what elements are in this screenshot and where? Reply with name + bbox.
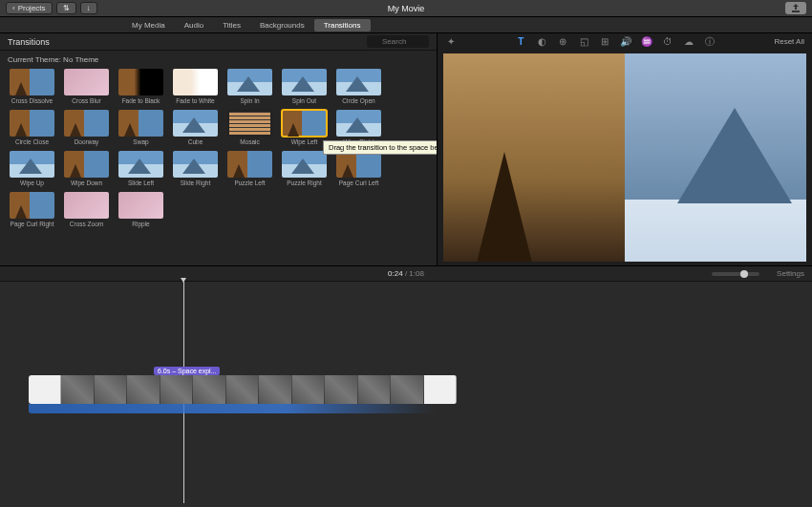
transition-item[interactable]: Puzzle Right [278,151,331,186]
transition-label: Wipe Down [60,180,113,186]
clip-frame [424,375,457,404]
text-tool-icon[interactable]: T [515,36,526,48]
transition-item[interactable]: Cross Dissolve [6,69,58,104]
timeline-area[interactable]: 0:24 / 1:08 Settings 6.0s – Space expl..… [0,265,812,507]
transition-thumbnail [118,69,163,95]
transition-item[interactable]: Page Curl Right [6,192,58,227]
transition-thumbnail [10,110,54,137]
filter-icon[interactable]: ☁ [683,36,694,48]
transition-label: Doorway [60,138,113,145]
transitions-browser: Transitions 🔍 Current Theme: No Theme Cr… [0,33,438,265]
sort-icon: ⇅ [63,4,70,12]
timeline-settings-button[interactable]: Settings [777,269,804,278]
transition-item[interactable]: Page Curl Left [332,151,385,186]
transition-label: Mosaic [224,138,276,145]
import-button[interactable]: ↓ [80,2,97,14]
clip-title-badge[interactable]: 6.0s – Space expl... [154,367,220,375]
current-time: 0:24 [388,269,403,278]
transition-label: Puzzle Right [278,180,331,186]
transition-item[interactable]: Cube [169,110,222,145]
color-balance-icon[interactable]: ◐ [536,36,547,48]
clip-frame [193,375,225,404]
transition-item[interactable]: Circle Close [6,110,58,145]
zoom-slider[interactable] [712,272,759,276]
transition-thumbnail [64,110,109,137]
clip-frame [61,375,94,404]
transition-item[interactable]: Wipe Down [60,151,113,186]
transition-item[interactable]: Cross Blur [60,69,113,104]
transition-item[interactable]: Mosaic [224,110,276,145]
chevron-left-icon: ‹ [12,4,15,12]
preview-left-half [443,53,625,262]
transition-label: Page Curl Left [332,180,385,186]
volume-icon[interactable]: 🔊 [620,36,631,48]
preview-right-half [625,53,806,262]
tab-transitions[interactable]: Transitions [314,19,371,32]
transition-item[interactable]: Wipe Up [6,151,58,186]
transition-label: Circle Open [332,97,385,104]
preview-viewer[interactable] [438,50,812,265]
transition-item[interactable]: Slide Left [115,151,167,186]
clip-frame [391,375,423,404]
back-projects-button[interactable]: ‹ Projects [6,2,53,14]
magic-wand-icon[interactable]: ✦ [445,36,457,48]
speed-icon[interactable]: ⏱ [662,36,673,48]
reset-all-button[interactable]: Reset All [774,37,804,46]
info-icon[interactable]: ⓘ [704,36,716,48]
download-icon: ↓ [87,4,91,12]
transition-thumbnail [64,69,109,95]
share-button[interactable] [785,2,806,14]
crop-icon[interactable]: ◱ [578,36,589,48]
browser-title: Transitions [8,37,50,47]
video-clip[interactable] [29,375,457,404]
media-tabs: My Media Audio Titles Backgrounds Transi… [122,19,371,32]
titlebar: ‹ Projects ⇅ ↓ My Movie [0,0,812,17]
transition-item[interactable]: Cross Zoom [60,192,113,227]
transition-item[interactable]: Circle Open [332,69,385,104]
transition-item[interactable]: Fade to Black [115,69,167,104]
tab-backgrounds[interactable]: Backgrounds [250,19,314,32]
transition-item[interactable]: Fade to White [169,69,222,104]
transition-item[interactable]: Puzzle Left [224,151,276,186]
transition-thumbnail [282,69,327,95]
transition-item[interactable]: Doorway [60,110,113,145]
theme-label: Current Theme: No Theme [0,51,437,69]
transition-item[interactable]: Slide Right [169,151,222,186]
share-icon [791,4,801,12]
titlebar-right [785,2,806,14]
transition-thumbnail [10,151,54,178]
transition-thumbnail [64,151,109,178]
transition-thumbnail [336,151,381,178]
transitions-grid: Cross DissolveCross BlurFade to BlackFad… [0,69,437,231]
audio-waveform[interactable] [29,404,457,413]
transition-item[interactable]: Wipe LeftDrag the transition to the spac… [278,110,331,145]
tab-audio[interactable]: Audio [175,19,213,32]
media-tabs-row: My Media Audio Titles Backgrounds Transi… [0,17,812,33]
color-correct-icon[interactable]: ⊕ [557,36,568,48]
clip-frame [292,375,325,404]
main-row: Transitions 🔍 Current Theme: No Theme Cr… [0,33,812,265]
clip-frame [29,375,61,404]
noise-reduce-icon[interactable]: ♒ [641,36,652,48]
drag-tooltip: Drag the transition to the space before … [323,140,438,155]
transition-item[interactable]: Swap [115,110,167,145]
transition-label: Cube [169,138,222,145]
project-title: My Movie [388,4,425,13]
transition-label: Slide Right [169,180,222,186]
library-sort-button[interactable]: ⇅ [56,2,76,14]
viewer-toolbar: ✦ T ◐ ⊕ ◱ ⊞ 🔊 ♒ ⏱ ☁ ⓘ Reset All [438,33,812,50]
clip-frame [358,375,391,404]
stabilize-icon[interactable]: ⊞ [599,36,610,48]
tab-titles[interactable]: Titles [213,19,250,32]
transition-label: Swap [115,138,167,145]
transition-item[interactable]: Spin In [224,69,276,104]
titlebar-left-controls: ‹ Projects ⇅ ↓ [0,2,97,14]
transition-item[interactable]: Ripple [115,192,167,227]
transition-item[interactable]: Spin Out [278,69,331,104]
search-input[interactable] [367,35,429,48]
zoom-slider-thumb[interactable] [740,270,748,278]
transition-label: Wipe Up [6,180,58,186]
transition-label: Slide Left [115,180,167,186]
tab-my-media[interactable]: My Media [122,19,175,32]
transition-thumbnail [118,151,163,178]
